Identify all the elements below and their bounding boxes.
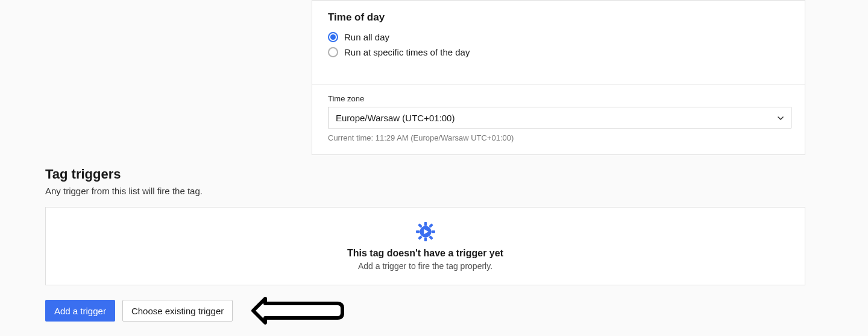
radio-icon xyxy=(328,32,338,42)
radio-label: Run all day xyxy=(344,32,389,42)
trigger-buttons-row: Add a trigger Choose existing trigger xyxy=(45,296,805,325)
schedule-card: Time of day Run all day Run at specific … xyxy=(312,0,805,155)
chevron-down-icon xyxy=(778,113,784,122)
svg-rect-6 xyxy=(429,223,433,228)
tag-triggers-subheading: Any trigger from this list will fire the… xyxy=(45,186,805,196)
svg-rect-2 xyxy=(424,238,426,241)
gear-play-icon xyxy=(415,221,436,242)
radio-run-specific-times[interactable]: Run at specific times of the day xyxy=(328,47,789,57)
add-trigger-button[interactable]: Add a trigger xyxy=(45,300,115,322)
triggers-empty-state: This tag doesn't have a trigger yet Add … xyxy=(45,207,805,285)
empty-subtitle: Add a trigger to fire the tag properly. xyxy=(358,261,492,271)
svg-rect-1 xyxy=(424,222,426,226)
timezone-helper: Current time: 11:29 AM (Europe/Warsaw UT… xyxy=(328,133,789,142)
empty-title: This tag doesn't have a trigger yet xyxy=(347,248,503,259)
radio-icon xyxy=(328,47,338,57)
svg-rect-8 xyxy=(429,235,433,240)
annotation-arrow-icon xyxy=(251,296,345,325)
time-of-day-heading: Time of day xyxy=(328,11,789,24)
timezone-select[interactable]: Europe/Warsaw (UTC+01:00) xyxy=(328,107,791,128)
choose-existing-trigger-button[interactable]: Choose existing trigger xyxy=(122,300,233,322)
tag-triggers-heading: Tag triggers xyxy=(45,166,805,182)
radio-run-all-day[interactable]: Run all day xyxy=(328,32,789,42)
tag-triggers-section: Tag triggers Any trigger from this list … xyxy=(45,166,805,325)
timezone-value: Europe/Warsaw (UTC+01:00) xyxy=(336,113,454,123)
svg-rect-7 xyxy=(418,235,423,240)
svg-rect-4 xyxy=(431,230,435,233)
timezone-label: Time zone xyxy=(328,94,789,103)
svg-rect-3 xyxy=(416,230,420,233)
svg-rect-5 xyxy=(418,223,423,228)
radio-label: Run at specific times of the day xyxy=(344,47,470,57)
time-of-day-radios: Run all day Run at specific times of the… xyxy=(328,32,789,57)
